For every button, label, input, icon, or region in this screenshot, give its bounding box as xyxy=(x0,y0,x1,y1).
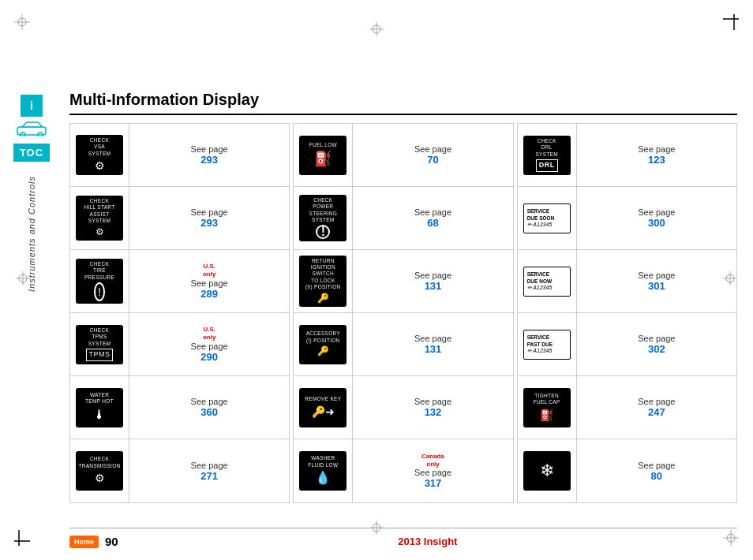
table-row: CHECKTIREPRESSURE ! U.S.only See page 28… xyxy=(70,250,289,313)
info-icon[interactable]: i xyxy=(21,95,43,117)
icon-cell: SERVICEDUE NOW ✏ A12345 xyxy=(518,250,577,312)
car-icon xyxy=(15,120,48,137)
icon-cell: WATERTEMP HOT 🌡 xyxy=(70,376,129,439)
icon-cell: RETURNIGNITIONSWITCHTO LOCK(0) POSITION … xyxy=(294,250,353,312)
icon-cell: WASHERFLUID LOW 💧 xyxy=(294,439,353,502)
svg-rect-22 xyxy=(17,127,46,135)
table-row: TIGHTENFUEL CAP ⛽ See page 247 xyxy=(518,376,736,439)
page-ref-cell: U.S.only See page 289 xyxy=(129,250,289,312)
page-ref-cell: See page 293 xyxy=(129,124,289,186)
icon-cell: ❄ xyxy=(518,439,577,502)
corner-mark-bl xyxy=(14,530,30,546)
icon-cell: TIGHTENFUEL CAP ⛽ xyxy=(518,376,577,439)
table-row: REMOVE KEY 🔑➜ See page 132 xyxy=(294,376,512,439)
icon-cell: SERVICEPAST DUE ✏ A12345 xyxy=(518,313,577,375)
table-row: CHECKTPMSSYSTEM TPMS U.S.only See page 2… xyxy=(70,313,289,376)
page-ref-cell: See page 301 xyxy=(577,250,736,312)
corner-mark-tr xyxy=(723,14,739,30)
page-ref-cell: See page 80 xyxy=(577,439,736,502)
table-row: CHECKVSASYSTEM ⚙ See page 293 xyxy=(70,124,289,187)
sidebar: i TOC Instruments and Controls xyxy=(0,95,63,442)
footer-book-title: 2013 Insight xyxy=(118,536,737,547)
icon-cell: CHECKPOWERSTEERINGSYSTEM ! xyxy=(294,187,353,249)
table-row: SERVICEPAST DUE ✏ A12345 See page 302 xyxy=(518,313,736,376)
page-ref-cell: See page 70 xyxy=(353,124,512,186)
table-row: SERVICEDUE SOON ✏ A12345 See page 300 xyxy=(518,187,736,250)
grid-column-1: CHECKVSASYSTEM ⚙ See page 293 CHECKHILL … xyxy=(69,123,290,503)
table-row: FUEL LOW ⛽ See page 70 xyxy=(294,124,512,187)
page-ref-cell: U.S.only See page 290 xyxy=(129,313,289,375)
icon-cell: FUEL LOW ⛽ xyxy=(294,124,353,186)
table-row: RETURNIGNITIONSWITCHTO LOCK(0) POSITION … xyxy=(294,250,512,313)
toc-button[interactable]: TOC xyxy=(13,144,50,162)
page-ref-cell: See page 293 xyxy=(129,187,289,249)
main-content: Multi-Information Display CHECKVSASYSTEM… xyxy=(69,91,737,513)
grid-column-2: FUEL LOW ⛽ See page 70 CHECKPOWERSTEERIN… xyxy=(293,123,513,503)
page-ref-cell: See page 131 xyxy=(353,313,512,375)
page-ref-cell: See page 123 xyxy=(577,124,736,186)
table-row: SERVICEDUE NOW ✏ A12345 See page 301 xyxy=(518,250,736,313)
corner-mark-tl xyxy=(14,14,30,30)
page-ref-cell: See page 131 xyxy=(353,250,512,312)
page-ref-cell: See page 247 xyxy=(577,376,736,439)
icon-cell: REMOVE KEY 🔑➜ xyxy=(294,376,353,439)
grid-column-3: CHECKDRLSYSTEM DRL See page 123 SERVICED… xyxy=(517,123,737,503)
page-ref-cell: See page 360 xyxy=(129,376,289,439)
section-label: Instruments and Controls xyxy=(27,176,36,292)
table-row: CHECKDRLSYSTEM DRL See page 123 xyxy=(518,124,736,187)
table-row: ACCESSORY(I) POSITION 🔑 See page 131 xyxy=(294,313,512,376)
table-row: ❄ See page 80 xyxy=(518,439,736,502)
icon-cell: CHECKTRANSMISSION ⚙ xyxy=(70,439,129,502)
icon-cell: CHECKTIREPRESSURE ! xyxy=(70,250,129,312)
table-row: CHECKHILL STARTASSISTSYSTEM ⚙ See page 2… xyxy=(70,187,289,250)
page-ref-cell: Canadaonly See page 317 xyxy=(353,439,512,502)
table-row: WATERTEMP HOT 🌡 See page 360 xyxy=(70,376,289,439)
page-ref-cell: See page 68 xyxy=(353,187,512,249)
reg-mark-top xyxy=(369,22,384,39)
home-button[interactable]: Home xyxy=(69,536,99,548)
footer-page-number: 90 xyxy=(105,535,118,548)
page-ref-cell: See page 132 xyxy=(353,376,512,439)
page-title: Multi-Information Display xyxy=(69,91,737,115)
table-row: WASHERFLUID LOW 💧 Canadaonly See page 31… xyxy=(294,439,512,502)
icon-cell: CHECKHILL STARTASSISTSYSTEM ⚙ xyxy=(70,187,129,249)
warning-grid: CHECKVSASYSTEM ⚙ See page 293 CHECKHILL … xyxy=(69,123,737,503)
icon-cell: CHECKTPMSSYSTEM TPMS xyxy=(70,313,129,375)
page-ref-cell: See page 271 xyxy=(129,439,289,502)
table-row: CHECKTRANSMISSION ⚙ See page 271 xyxy=(70,439,289,502)
page-ref-cell: See page 300 xyxy=(577,187,736,249)
icon-cell: CHECKVSASYSTEM ⚙ xyxy=(70,124,129,186)
icon-cell: SERVICEDUE SOON ✏ A12345 xyxy=(518,187,577,249)
icon-cell: CHECKDRLSYSTEM DRL xyxy=(518,124,577,186)
page-ref-cell: See page 302 xyxy=(577,313,736,375)
icon-cell: ACCESSORY(I) POSITION 🔑 xyxy=(294,313,353,375)
table-row: CHECKPOWERSTEERINGSYSTEM ! See page 68 xyxy=(294,187,512,250)
footer: Home 90 2013 Insight xyxy=(69,528,737,548)
